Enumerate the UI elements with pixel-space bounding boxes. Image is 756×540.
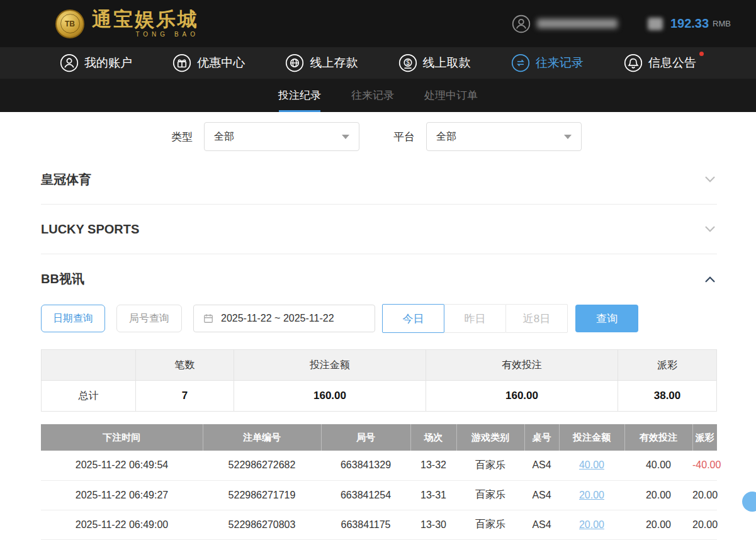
main-content: 类型 全部 平台 全部 皇冠体育 LUCKY SPORTS BB视讯 日期查询 <box>0 122 756 540</box>
section-bb-video[interactable]: BB视讯 <box>41 254 717 304</box>
currency-label: RMB <box>713 19 731 28</box>
date-range-value: 2025-11-22 ~ 2025-11-22 <box>221 313 334 324</box>
summary-header-valid: 有效投注 <box>426 350 618 381</box>
last-8-days-button[interactable]: 近8日 <box>505 304 568 333</box>
cell-session: 13-31 <box>410 480 456 510</box>
cell-game-type: 百家乐 <box>456 510 524 539</box>
cell-round: 663841254 <box>321 480 410 510</box>
col-round: 局号 <box>321 424 410 451</box>
nav-label: 信息公告 <box>648 55 696 71</box>
cell-valid-bet: 40.00 <box>624 451 692 480</box>
nav-item-promotions[interactable]: 优惠中心 <box>172 53 245 72</box>
chevron-down-icon <box>564 135 572 139</box>
nav-item-my-account[interactable]: 我的账户 <box>60 53 132 72</box>
table-row: 2025-11-22 06:49:00 522986270803 6638411… <box>41 510 717 539</box>
summary-table: 笔数 投注金额 有效投注 派彩 总计 7 160.00 160.00 38.00 <box>41 349 717 412</box>
cell-bet-amount: 20.00 <box>559 510 624 539</box>
nav-item-withdrawal[interactable]: $ 线上取款 <box>398 53 471 72</box>
cell-game-type: 百家乐 <box>456 480 524 510</box>
tab-betting-records[interactable]: 投注纪录 <box>267 79 332 112</box>
search-button[interactable]: 查询 <box>575 305 638 332</box>
summary-valid: 160.00 <box>426 381 618 412</box>
cell-bet-amount: 20.00 <box>559 480 624 510</box>
nav-item-deposit[interactable]: 线上存款 <box>285 53 358 72</box>
active-tab-underline <box>279 110 320 112</box>
col-game-type: 游戏类别 <box>456 424 524 451</box>
filter-row: 类型 全部 平台 全部 <box>171 122 717 151</box>
tab-processing-orders[interactable]: 处理中订单 <box>413 79 489 112</box>
bet-amount-link[interactable]: 20.00 <box>579 490 604 500</box>
summary-bet: 160.00 <box>234 381 426 412</box>
redacted-username <box>537 19 618 28</box>
nav-label: 线上取款 <box>423 55 471 71</box>
nav-label: 优惠中心 <box>197 55 245 71</box>
svg-text:$: $ <box>406 59 410 66</box>
cell-table-no: AS4 <box>524 480 559 510</box>
cell-session: 13-32 <box>410 451 456 480</box>
col-valid-bet: 有效投注 <box>624 424 692 451</box>
account-icon <box>60 53 79 72</box>
bet-amount-link[interactable]: 20.00 <box>579 519 604 530</box>
summary-header-payout: 派彩 <box>618 350 717 381</box>
today-button[interactable]: 今日 <box>382 304 444 333</box>
round-query-button[interactable]: 局号查询 <box>116 305 182 332</box>
cell-payout: 20.00 <box>692 510 717 539</box>
summary-header-blank <box>42 350 136 381</box>
top-bar: TB 通宝娱乐城 TONG BAO 192.33 RMB <box>0 0 756 47</box>
type-select[interactable]: 全部 <box>204 122 359 151</box>
button-label: 日期查询 <box>53 312 93 325</box>
section-lucky-sports[interactable]: LUCKY SPORTS <box>41 205 717 254</box>
nav-label: 我的账户 <box>84 55 132 71</box>
logo-title: 通宝娱乐城 <box>92 9 199 29</box>
tab-label: 往来记录 <box>351 89 394 101</box>
col-bet-time: 下注时间 <box>41 424 203 451</box>
withdrawal-icon: $ <box>398 53 417 72</box>
notification-badge <box>699 52 704 56</box>
user-avatar-icon[interactable] <box>512 14 531 33</box>
cell-valid-bet: 20.00 <box>624 510 692 539</box>
record-tabs: 投注纪录 往来记录 处理中订单 <box>0 79 756 112</box>
section-crown-sports[interactable]: 皇冠体育 <box>41 155 717 205</box>
col-bet-amount: 投注金额 <box>559 424 624 451</box>
chevron-down-icon <box>342 135 349 139</box>
date-query-button[interactable]: 日期查询 <box>41 305 105 332</box>
cell-bet-id: 522986271719 <box>203 480 321 510</box>
account-balance: 192.33 <box>670 16 709 31</box>
nav-item-transaction-records[interactable]: 往来记录 <box>511 53 584 72</box>
date-range-input[interactable]: 2025-11-22 ~ 2025-11-22 <box>193 305 375 332</box>
deposit-icon <box>285 53 304 72</box>
quick-range-group: 今日 昨日 近8日 <box>383 304 568 333</box>
site-logo[interactable]: TB 通宝娱乐城 TONG BAO <box>55 9 199 38</box>
cell-payout: -40.00 <box>692 451 717 480</box>
cell-session: 13-30 <box>410 510 456 539</box>
logo-subtitle: TONG BAO <box>92 31 199 38</box>
cell-game-type: 百家乐 <box>456 451 524 480</box>
yesterday-button[interactable]: 昨日 <box>444 304 506 333</box>
bell-icon <box>624 53 643 72</box>
logo-badge: TB <box>60 14 80 33</box>
tab-label: 投注纪录 <box>278 89 321 101</box>
cell-valid-bet: 20.00 <box>624 480 692 510</box>
tab-transaction-records[interactable]: 往来记录 <box>340 79 405 112</box>
cell-bet-time: 2025-11-22 06:49:00 <box>41 510 203 539</box>
cell-bet-id: 522986272682 <box>203 451 321 480</box>
bet-amount-link[interactable]: 40.00 <box>579 459 604 470</box>
summary-payout: 38.00 <box>618 381 717 412</box>
table-row: 2025-11-22 06:49:54 522986272682 6638413… <box>41 451 717 480</box>
cell-table-no: AS4 <box>524 451 559 480</box>
platform-select[interactable]: 全部 <box>426 122 582 151</box>
chevron-up-icon <box>703 273 717 286</box>
summary-count: 7 <box>136 381 234 412</box>
nav-item-announcements[interactable]: 信息公告 <box>624 53 696 72</box>
nav-label: 线上存款 <box>310 55 358 71</box>
summary-header-row: 笔数 投注金额 有效投注 派彩 <box>42 350 717 381</box>
section-title: BB视讯 <box>41 271 84 288</box>
col-payout: 派彩 <box>692 424 717 451</box>
summary-header-count: 笔数 <box>136 350 234 381</box>
summary-header-bet: 投注金额 <box>234 350 426 381</box>
col-table-no: 桌号 <box>524 424 559 451</box>
type-filter-label: 类型 <box>171 130 193 144</box>
redacted-wallet-icon <box>648 18 663 30</box>
table-row: 2025-11-22 06:49:27 522986271719 6638412… <box>41 480 717 510</box>
cell-bet-id: 522986270803 <box>203 510 321 539</box>
